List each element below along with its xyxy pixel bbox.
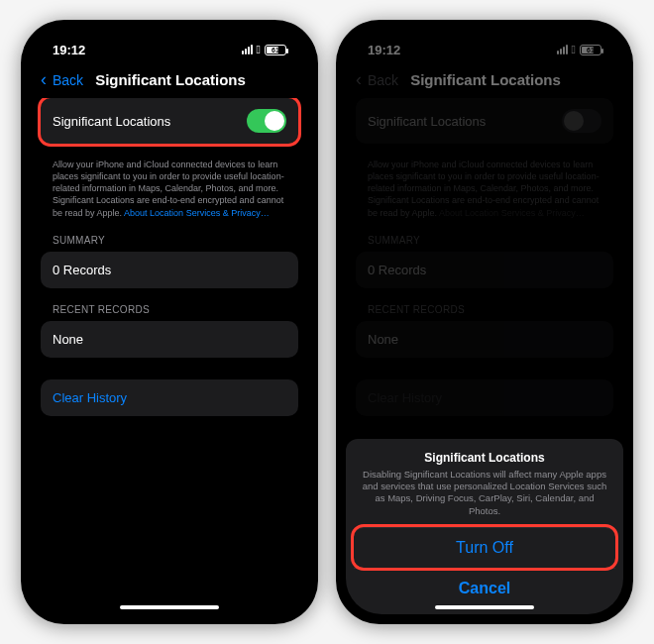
signal-icon <box>557 45 568 54</box>
toggle-cell: Significant Locations <box>41 98 298 144</box>
toggle-cell: Significant Locations <box>356 98 613 144</box>
notch <box>430 30 539 54</box>
significant-locations-toggle[interactable] <box>247 109 286 133</box>
clock: 19:12 <box>368 43 400 57</box>
page-title: Significant Locations <box>404 71 613 88</box>
signal-icon <box>242 45 253 54</box>
significant-locations-row: Significant Locations <box>41 98 298 144</box>
summary-cell: 0 Records <box>356 252 613 288</box>
turn-off-button[interactable]: Turn Off <box>354 527 615 568</box>
summary-header: SUMMARY <box>356 219 613 252</box>
clear-history-label: Clear History <box>368 390 442 405</box>
recent-value: None <box>53 332 83 347</box>
clear-history-button[interactable]: Clear History <box>41 379 298 416</box>
screen: 19:12 􀙇 61 ‹ Back Significant Locations … <box>346 30 623 614</box>
page-title: Significant Locations <box>89 71 298 88</box>
status-icons: 􀙇 61 <box>557 43 601 56</box>
phone-left: 19:12 􀙇 61 ‹ Back Significant Locations … <box>21 20 318 624</box>
notch <box>115 30 224 54</box>
action-sheet: Significant Locations Disabling Signific… <box>346 439 623 614</box>
back-button[interactable]: Back <box>53 72 83 88</box>
recent-header: RECENT RECORDS <box>356 288 613 321</box>
screen: 19:12 􀙇 61 ‹ Back Significant Locations … <box>31 30 308 614</box>
back-chevron-icon: ‹ <box>356 69 362 90</box>
content: Significant Locations Allow your iPhone … <box>31 98 308 614</box>
home-indicator[interactable] <box>435 605 534 609</box>
summary-cell[interactable]: 0 Records <box>41 252 298 288</box>
recent-header: RECENT RECORDS <box>41 288 298 321</box>
cancel-button[interactable]: Cancel <box>354 568 615 608</box>
privacy-link: About Location Services & Privacy… <box>439 208 585 218</box>
home-indicator[interactable] <box>120 605 219 609</box>
toggle-knob <box>265 111 284 131</box>
back-button: Back <box>368 72 398 88</box>
phone-right: 19:12 􀙇 61 ‹ Back Significant Locations … <box>336 20 633 624</box>
wifi-icon: 􀙇 <box>257 43 261 56</box>
toggle-knob <box>564 111 584 131</box>
sheet-message: Disabling Significant Locations will aff… <box>354 469 615 527</box>
wifi-icon: 􀙇 <box>572 43 576 56</box>
clear-history-label: Clear History <box>53 390 127 405</box>
toggle-footer: Allow your iPhone and iCloud connected d… <box>41 154 298 219</box>
toggle-label: Significant Locations <box>368 114 486 129</box>
clear-history-button: Clear History <box>356 379 613 416</box>
toggle-footer: Allow your iPhone and iCloud connected d… <box>356 154 613 219</box>
battery-icon: 61 <box>265 45 286 55</box>
sheet-title: Significant Locations <box>354 451 615 465</box>
recent-value: None <box>368 332 398 347</box>
privacy-link[interactable]: About Location Services & Privacy… <box>124 208 270 218</box>
back-chevron-icon[interactable]: ‹ <box>41 69 47 90</box>
nav-bar: ‹ Back Significant Locations <box>346 63 623 98</box>
significant-locations-toggle <box>562 109 601 133</box>
significant-locations-row: Significant Locations <box>356 98 613 144</box>
summary-value: 0 Records <box>368 263 426 277</box>
summary-header: SUMMARY <box>41 219 298 252</box>
status-icons: 􀙇 61 <box>242 43 286 56</box>
recent-cell[interactable]: None <box>41 321 298 358</box>
toggle-label: Significant Locations <box>53 114 170 129</box>
recent-cell: None <box>356 321 613 358</box>
clock: 19:12 <box>53 43 85 57</box>
summary-value: 0 Records <box>53 263 111 277</box>
battery-icon: 61 <box>580 45 601 55</box>
nav-bar: ‹ Back Significant Locations <box>31 63 308 98</box>
